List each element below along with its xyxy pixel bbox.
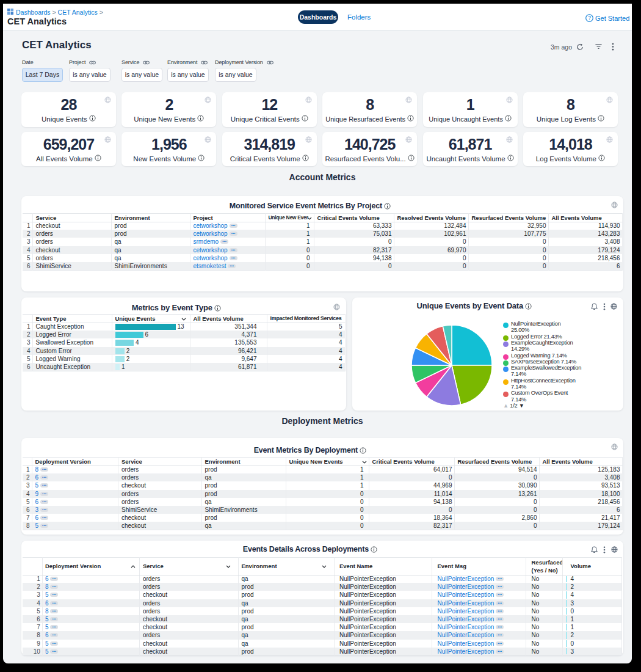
svg-text:?: ? <box>588 15 591 21</box>
